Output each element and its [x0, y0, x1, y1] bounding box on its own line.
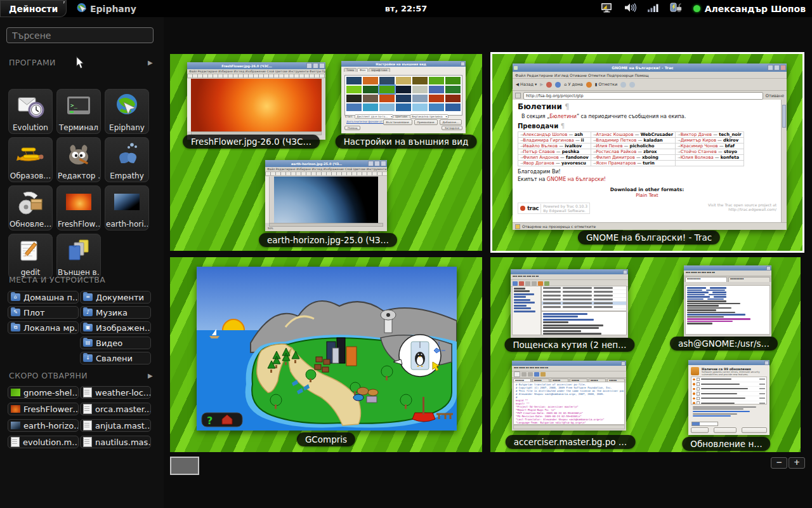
update-checkbox[interactable]: [697, 378, 700, 382]
translator-link[interactable]: Атанас Кошаров: [596, 132, 633, 137]
workspace-3[interactable]: ? GCompris: [170, 257, 482, 452]
wallpaper-thumbnail[interactable]: [412, 104, 428, 111]
bulletins-link[interactable]: Бюлетини: [549, 114, 577, 119]
translator-link[interactable]: Юлия Волкова: [681, 155, 714, 160]
go-button[interactable]: Отиване: [766, 93, 784, 98]
window-terminal[interactable]: ▪▪▪ ▪▪▪▪ ▪▪ ▪▪▪ ▪▪▪ ▪▪ ▪▪▪▪▪▪▪▪▪▪▪▪▪▪▪▪▪…: [684, 265, 771, 337]
window-gcompris[interactable]: ?: [197, 267, 457, 431]
wallpaper-thumbnail[interactable]: [379, 95, 395, 102]
appearance-tab[interactable]: Тема: [344, 68, 357, 72]
colors-dropdown[interactable]: Вертикална преливка: [410, 114, 449, 119]
wallpaper-thumbnail[interactable]: [412, 95, 428, 102]
window-gimp-freshflower[interactable]: FreshFlower.jpg-26.0 (ЧЗС… Файл Редактир…: [187, 62, 325, 140]
zoom-out-icon[interactable]: [629, 82, 635, 88]
wallpaper-thumbnail[interactable]: [396, 86, 411, 93]
battery-icon[interactable]: [669, 2, 683, 15]
style-dropdown[interactable]: Дисплеят да е по-го…: [355, 114, 393, 119]
workspace-thumbnail[interactable]: [170, 457, 199, 475]
wallpaper-thumbnail[interactable]: [445, 104, 461, 111]
wallpaper-thumbnail[interactable]: [379, 77, 395, 84]
install-updates-button[interactable]: [742, 427, 767, 433]
check-button[interactable]: [714, 427, 737, 433]
wallpaper-thumbnail[interactable]: [346, 95, 362, 102]
translator-link[interactable]: Красимир Чонов: [681, 144, 718, 149]
translator-link[interactable]: Александър Шопов: [523, 132, 568, 137]
app-tile-gedit[interactable]: gedit: [8, 234, 53, 279]
programs-expand-icon[interactable]: ▶: [148, 59, 153, 66]
clock-label[interactable]: вт, 22:57: [385, 0, 428, 17]
app-tile-gimp[interactable]: Редактор …: [56, 137, 101, 182]
appearance-button[interactable]: Премахване: [414, 119, 438, 125]
window-update-manager[interactable]: Налични са 99 обновления Software update…: [688, 360, 769, 435]
activities-button[interactable]: Дейности: [0, 0, 67, 17]
search-input[interactable]: [6, 27, 154, 43]
update-checkbox[interactable]: [697, 401, 700, 404]
zoom-in-icon[interactable]: [620, 82, 626, 88]
home-button[interactable]: ⌂ У дома: [564, 82, 583, 87]
workspace-2-active[interactable]: GNOME на български! - Trac Файл Редактир…: [490, 52, 804, 253]
scrollbar[interactable]: [781, 100, 787, 223]
volume-icon[interactable]: [624, 3, 637, 15]
recent-file-item[interactable]: nautilus.mas…: [80, 436, 151, 448]
reload-icon[interactable]: [555, 82, 561, 88]
app-tile-appearance[interactable]: Външен в…: [56, 234, 101, 279]
update-checkbox[interactable]: [697, 382, 700, 386]
place-item[interactable]: ↓Свалени: [80, 352, 151, 364]
network-signal-icon[interactable]: [648, 3, 658, 15]
history-icon[interactable]: [586, 82, 592, 88]
place-item[interactable]: ⧉Локална мр…: [8, 321, 79, 334]
app-tile-empathy[interactable]: Empathy: [105, 137, 149, 182]
back-button[interactable]: ◀ Назад ▾: [516, 82, 537, 87]
team-link[interactable]: GNOME на български!: [547, 177, 606, 182]
window-gedit[interactable]: ▪▪▪ ▪▪▪▪ ▪▪ ▪▪▪ ▪▪▪ ▪▪▪ ▪▪ ▪▪▪▪▪▪▪▪▪▪▪▪▪…: [512, 361, 626, 431]
update-checkbox[interactable]: [697, 392, 700, 396]
wallpaper-thumbnail[interactable]: [363, 95, 378, 102]
app-menu[interactable]: Epiphany: [76, 0, 136, 17]
wallpaper-thumbnail[interactable]: [346, 86, 362, 93]
app-tile-gcompris[interactable]: Образов…: [8, 137, 53, 182]
translator-link[interactable]: Явор Доганов: [523, 161, 554, 166]
wallpaper-thumbnail[interactable]: [363, 77, 378, 84]
help-button[interactable]: [691, 427, 709, 433]
translator-link[interactable]: Владимир Петков: [596, 138, 636, 143]
wallpaper-thumbnail[interactable]: [429, 95, 444, 102]
wallpaper-thumbnail[interactable]: [379, 104, 395, 111]
display-icon[interactable]: [601, 3, 613, 15]
app-tile-earth-horizon[interactable]: earth-hori…: [105, 185, 149, 231]
place-item[interactable]: ⌂Домашна п…: [8, 291, 79, 304]
wallpaper-thumbnail[interactable]: [396, 77, 411, 84]
translator-link[interactable]: Ясен Праматаров: [596, 161, 636, 166]
wallpaper-thumbnail[interactable]: [363, 86, 378, 93]
wallpaper-thumbnail[interactable]: [412, 77, 428, 84]
translator-link[interactable]: Ивайло Вълков: [523, 144, 558, 149]
translator-link[interactable]: Ростислав Райков: [596, 149, 636, 154]
wallpaper-thumbnail[interactable]: [396, 104, 411, 111]
place-item[interactable]: ≡Документи: [80, 291, 151, 304]
recent-file-item[interactable]: weather-loc…: [80, 386, 151, 399]
wallpaper-thumbnail[interactable]: [445, 86, 461, 93]
app-tile-terminal[interactable]: >_Терминал: [56, 89, 101, 134]
add-workspace-button[interactable]: +: [789, 457, 805, 469]
place-item[interactable]: ♪Музика: [80, 306, 151, 319]
user-menu[interactable]: Александър Шопов: [693, 4, 806, 14]
update-checkbox[interactable]: [697, 387, 700, 391]
translator-link[interactable]: Виктор Дачев: [681, 132, 712, 137]
recent-file-item[interactable]: orca.master.…: [80, 403, 151, 415]
url-bar[interactable]: http://fsa-bg.org/project/gtp: [523, 92, 763, 100]
translator-link[interactable]: Стойчо Станчев: [681, 149, 717, 154]
recent-expand-icon[interactable]: ▶: [148, 372, 153, 379]
wallpaper-thumbnail[interactable]: [379, 86, 395, 93]
window-appearance-settings[interactable]: Настройки на външния вид ТемаФонШрифтове…: [341, 61, 466, 133]
wallpaper-thumbnail[interactable]: [396, 95, 411, 102]
wallpaper-thumbnail[interactable]: [346, 77, 362, 84]
window-gimp-earth[interactable]: earth-horizon.jpg-25.0 (ЧЗ… Файл Редакти…: [265, 160, 387, 231]
wallpaper-thumbnail[interactable]: [429, 86, 444, 93]
appearance-button[interactable]: Възстановяване: [383, 119, 412, 125]
translator-link[interactable]: Владимира Гиргинова: [523, 138, 574, 143]
close-button[interactable]: Затваряне: [442, 126, 462, 130]
wallpaper-thumbnail[interactable]: [363, 104, 378, 111]
translator-link[interactable]: Димитър Киров: [681, 138, 716, 143]
recent-file-item[interactable]: gnome-shel…: [8, 386, 79, 399]
wallpaper-thumbnail[interactable]: [412, 86, 428, 93]
stop-icon[interactable]: [546, 82, 552, 88]
